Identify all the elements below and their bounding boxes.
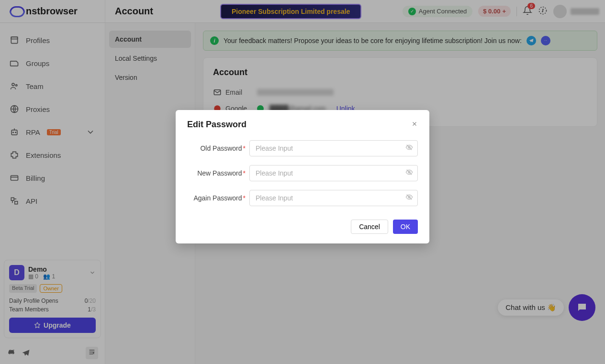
eye-off-icon [405,193,413,201]
ok-button[interactable]: OK [393,220,418,234]
eye-off-icon [405,168,413,176]
toggle-visibility-button[interactable] [405,168,413,178]
modal-title: Edit Password [187,120,246,130]
new-password-label: New Password* [187,169,249,177]
eye-off-icon [405,143,413,151]
again-password-input[interactable] [249,190,418,206]
again-password-label: Again Password* [187,194,249,202]
cancel-button[interactable]: Cancel [351,220,388,234]
old-password-label: Old Password* [187,144,249,152]
toggle-visibility-button[interactable] [405,143,413,153]
old-password-input[interactable] [249,140,418,156]
new-password-input[interactable] [249,165,418,181]
close-icon [411,121,418,127]
toggle-visibility-button[interactable] [405,193,413,203]
close-button[interactable] [411,120,418,130]
edit-password-modal: Edit Password Old Password* New Password… [176,110,429,243]
modal-overlay[interactable]: Edit Password Old Password* New Password… [0,0,605,364]
